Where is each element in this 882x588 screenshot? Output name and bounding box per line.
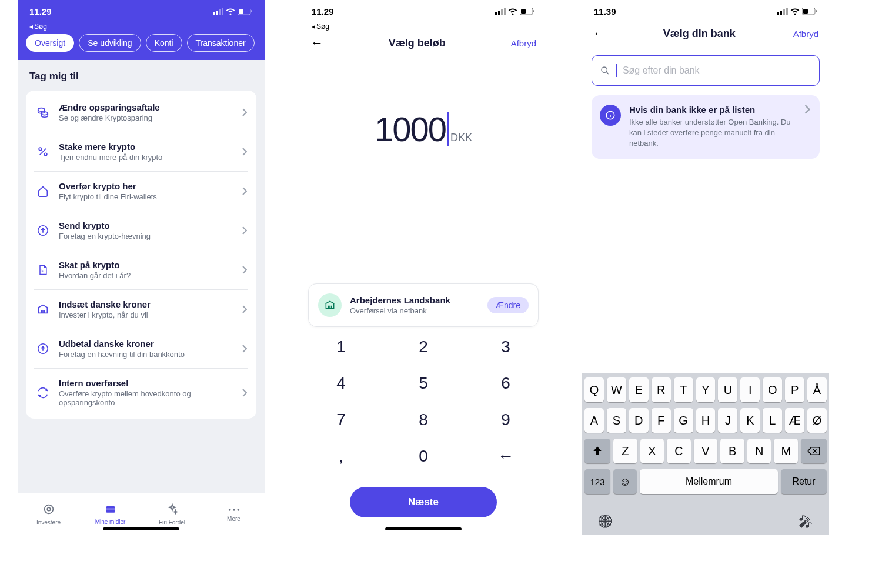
backspace-key[interactable]: ← xyxy=(488,447,523,466)
nav-bar: ← Vælg beløb Afbryd xyxy=(300,32,547,56)
key-å[interactable]: Å xyxy=(807,377,827,402)
list-item[interactable]: Udbetal danske kroner Foretag en hævning… xyxy=(34,329,248,369)
key-c[interactable]: C xyxy=(667,439,691,463)
home-icon xyxy=(35,185,51,198)
key-r[interactable]: R xyxy=(652,377,671,402)
search-field[interactable] xyxy=(623,65,811,76)
return-key[interactable]: Retur xyxy=(781,469,827,494)
key-h[interactable]: H xyxy=(696,408,716,433)
svg-rect-28 xyxy=(777,12,779,15)
back-button[interactable]: ← xyxy=(593,26,606,41)
tab-konti[interactable]: Konti xyxy=(146,34,182,52)
bank-search-input[interactable] xyxy=(592,55,820,86)
key-m[interactable]: M xyxy=(774,439,798,463)
screen-amount: 11.29 ◂ Søg ← Vælg beløb Afbryd 1000DKK … xyxy=(300,0,547,535)
key-z[interactable]: Z xyxy=(613,439,637,463)
section-heading: Tag mig til xyxy=(26,60,256,91)
cancel-button[interactable]: Afbryd xyxy=(511,38,536,48)
bank-not-listed-info[interactable]: Hvis din bank ikke er på listen Ikke all… xyxy=(592,95,820,159)
home-indicator[interactable] xyxy=(385,527,462,530)
key-4[interactable]: 4 xyxy=(323,374,359,393)
list-item-title: Intern overførsel xyxy=(59,378,234,388)
key-7[interactable]: 7 xyxy=(323,410,359,429)
key-6[interactable]: 6 xyxy=(488,374,523,393)
key-q[interactable]: Q xyxy=(584,377,604,402)
key-x[interactable]: X xyxy=(640,439,664,463)
svg-rect-33 xyxy=(803,9,808,14)
key-3[interactable]: 3 xyxy=(488,338,523,356)
list-item-subtitle: Invester i krypto, når du vil xyxy=(59,310,234,319)
page-title: Vælg din bank xyxy=(663,28,736,40)
key-s[interactable]: S xyxy=(607,408,626,433)
svg-point-10 xyxy=(44,153,47,156)
battery-icon xyxy=(520,8,535,15)
tab-oversigt[interactable]: Oversigt xyxy=(26,34,74,52)
comma-key[interactable]: , xyxy=(323,447,359,466)
status-bar: 11.39 xyxy=(582,0,829,22)
key-n[interactable]: N xyxy=(747,439,771,463)
key-5[interactable]: 5 xyxy=(406,374,441,393)
mic-icon[interactable]: 🎤︎ xyxy=(799,514,813,530)
key-e[interactable]: E xyxy=(629,377,649,402)
svg-rect-2 xyxy=(219,9,220,15)
key-0[interactable]: 0 xyxy=(406,447,441,466)
bank-icon xyxy=(318,293,342,317)
tabbar-label: Investere xyxy=(36,519,61,526)
change-bank-button[interactable]: Ændre xyxy=(487,297,529,313)
text-cursor xyxy=(447,112,449,146)
status-indicators xyxy=(777,8,817,15)
list-item[interactable]: Indsæt danske kroner Invester i krypto, … xyxy=(34,290,248,329)
tabbar-label: Firi Fordel xyxy=(159,519,185,526)
cancel-button[interactable]: Afbryd xyxy=(793,29,818,39)
next-button[interactable]: Næste xyxy=(350,487,497,517)
back-button[interactable]: ← xyxy=(310,35,323,51)
svg-rect-6 xyxy=(251,10,252,12)
key-u[interactable]: U xyxy=(718,377,737,402)
list-item[interactable]: Ændre opsparingsaftale Se og ændre Krypt… xyxy=(34,93,248,132)
status-indicators xyxy=(213,8,253,15)
back-to-search[interactable]: ◂ Søg xyxy=(18,22,265,34)
list-item[interactable]: Stake mere krypto Tjen endnu mere på din… xyxy=(34,132,248,172)
key-d[interactable]: D xyxy=(629,408,649,433)
shift-key[interactable] xyxy=(584,439,610,463)
list-item[interactable]: Send krypto Foretag en krypto-hævning xyxy=(34,211,248,250)
signal-icon xyxy=(777,8,788,15)
key-k[interactable]: K xyxy=(740,408,760,433)
key-p[interactable]: P xyxy=(785,377,804,402)
key-v[interactable]: V xyxy=(694,439,718,463)
key-ø[interactable]: Ø xyxy=(807,408,827,433)
emoji-key[interactable]: ☺ xyxy=(613,469,637,494)
key-9[interactable]: 9 xyxy=(488,410,523,429)
home-indicator[interactable] xyxy=(103,527,179,530)
key-b[interactable]: B xyxy=(720,439,744,463)
list-item[interactable]: kr Skat på krypto Hvordan går det i år? xyxy=(34,250,248,290)
tabbar-item-investere[interactable]: Investere xyxy=(18,493,79,535)
delete-key[interactable] xyxy=(801,439,827,463)
key-1[interactable]: 1 xyxy=(323,338,359,356)
info-title: Hvis din bank ikke er på listen xyxy=(629,105,796,115)
key-g[interactable]: G xyxy=(674,408,693,433)
key-w[interactable]: W xyxy=(607,377,626,402)
numbers-key[interactable]: 123 xyxy=(584,469,610,494)
svg-point-20 xyxy=(237,509,239,511)
key-2[interactable]: 2 xyxy=(406,338,441,356)
key-y[interactable]: Y xyxy=(696,377,716,402)
tabbar-item-mere[interactable]: Mere xyxy=(203,493,265,535)
key-o[interactable]: O xyxy=(763,377,782,402)
back-to-search[interactable]: ◂ Søg xyxy=(300,22,547,32)
tab-transaktioner[interactable]: Transaktioner xyxy=(187,34,255,52)
list-item-subtitle: Foretag en krypto-hævning xyxy=(59,232,234,240)
key-a[interactable]: A xyxy=(584,408,604,433)
key-æ[interactable]: Æ xyxy=(785,408,804,433)
globe-icon[interactable]: 🌐︎ xyxy=(599,514,613,530)
key-i[interactable]: I xyxy=(740,377,760,402)
key-t[interactable]: T xyxy=(674,377,693,402)
list-item[interactable]: Intern overførsel Overføre krypto mellem… xyxy=(34,369,248,416)
key-f[interactable]: F xyxy=(652,408,671,433)
list-item[interactable]: Overfør krypto her Flyt krypto til dine … xyxy=(34,172,248,211)
tab-se-udvikling[interactable]: Se udvikling xyxy=(79,34,141,52)
key-j[interactable]: J xyxy=(718,408,737,433)
space-key[interactable]: Mellemrum xyxy=(640,469,778,494)
key-8[interactable]: 8 xyxy=(406,410,441,429)
key-l[interactable]: L xyxy=(763,408,782,433)
